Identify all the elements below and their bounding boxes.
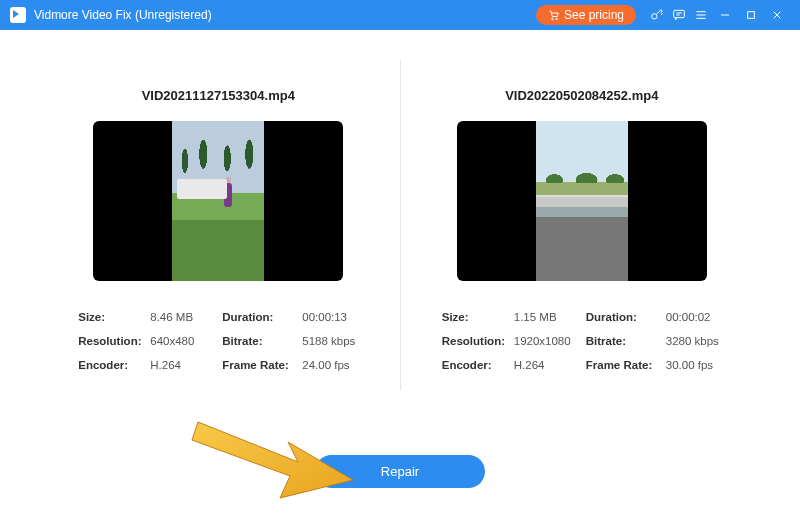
meta-value: 3280 kbps: [666, 335, 722, 347]
meta-label: Bitrate:: [586, 335, 666, 347]
close-button[interactable]: [764, 4, 790, 26]
main-content: VID20211127153304.mp4 Size: 8.46 MB Dura…: [0, 30, 800, 390]
source-metadata: Size: 8.46 MB Duration: 00:00:13 Resolut…: [78, 311, 358, 371]
sample-thumbnail-image: [536, 121, 628, 281]
svg-rect-3: [674, 10, 685, 17]
meta-value: 5188 kbps: [302, 335, 358, 347]
meta-label: Size:: [78, 311, 150, 323]
meta-label: Size:: [442, 311, 514, 323]
meta-label: Frame Rate:: [222, 359, 302, 371]
svg-point-0: [552, 18, 554, 20]
meta-label: Encoder:: [78, 359, 150, 371]
action-bar: Repair: [0, 455, 800, 488]
cart-icon: [548, 9, 560, 21]
meta-value: 8.46 MB: [150, 311, 222, 323]
meta-label: Frame Rate:: [586, 359, 666, 371]
source-video-panel: VID20211127153304.mp4 Size: 8.46 MB Dura…: [55, 60, 382, 390]
sample-filename: VID20220502084252.mp4: [505, 88, 658, 103]
feedback-icon[interactable]: [668, 4, 690, 26]
source-thumbnail-image: [172, 121, 264, 281]
source-filename: VID20211127153304.mp4: [142, 88, 295, 103]
sample-metadata: Size: 1.15 MB Duration: 00:00:02 Resolut…: [442, 311, 722, 371]
app-title: Vidmore Video Fix (Unregistered): [34, 8, 212, 22]
title-bar: Vidmore Video Fix (Unregistered) See pri…: [0, 0, 800, 30]
meta-value: H.264: [150, 359, 222, 371]
minimize-button[interactable]: [712, 4, 738, 26]
meta-value: 00:00:13: [302, 311, 358, 323]
see-pricing-button[interactable]: See pricing: [536, 5, 636, 25]
svg-point-1: [556, 18, 558, 20]
app-logo-icon: [10, 7, 26, 23]
meta-label: Resolution:: [78, 335, 150, 347]
meta-label: Resolution:: [442, 335, 514, 347]
meta-value: 24.00 fps: [302, 359, 358, 371]
svg-point-2: [652, 14, 657, 19]
meta-value: H.264: [514, 359, 586, 371]
meta-value: 640x480: [150, 335, 222, 347]
meta-label: Encoder:: [442, 359, 514, 371]
see-pricing-label: See pricing: [564, 8, 624, 22]
meta-label: Bitrate:: [222, 335, 302, 347]
meta-value: 00:00:02: [666, 311, 722, 323]
sample-video-panel: VID20220502084252.mp4 Size: 1.15 MB Dura…: [419, 60, 746, 390]
key-icon[interactable]: [646, 4, 668, 26]
svg-rect-4: [748, 12, 755, 19]
meta-value: 30.00 fps: [666, 359, 722, 371]
meta-value: 1920x1080: [514, 335, 586, 347]
meta-label: Duration:: [222, 311, 302, 323]
meta-value: 1.15 MB: [514, 311, 586, 323]
repair-button[interactable]: Repair: [315, 455, 485, 488]
source-thumbnail: [93, 121, 343, 281]
panel-divider: [400, 60, 401, 390]
sample-thumbnail: [457, 121, 707, 281]
meta-label: Duration:: [586, 311, 666, 323]
menu-icon[interactable]: [690, 4, 712, 26]
maximize-button[interactable]: [738, 4, 764, 26]
